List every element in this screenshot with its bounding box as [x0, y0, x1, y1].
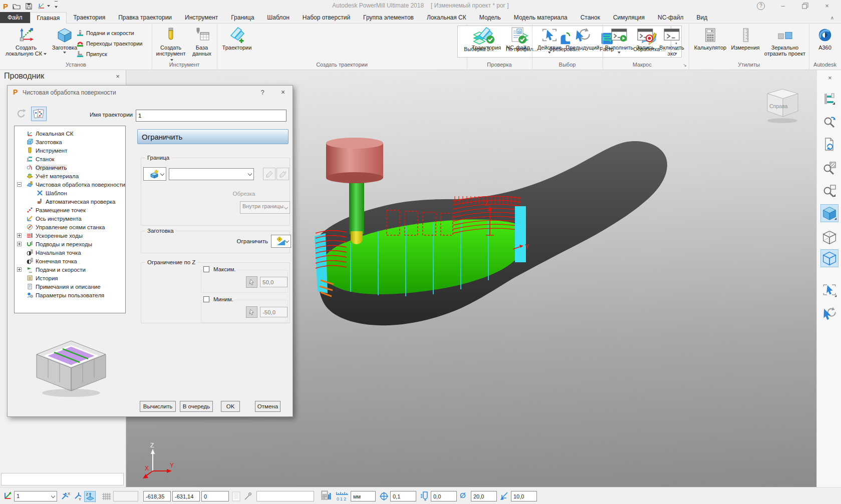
coordinate-x-field[interactable] — [143, 491, 171, 501]
expand-icon[interactable] — [17, 242, 22, 246]
edit-boundary-button[interactable] — [263, 168, 275, 180]
macro-dialog-launcher[interactable]: ↘ — [683, 63, 687, 68]
mirror-project-button[interactable]: Зеркально отразить проект — [763, 26, 807, 57]
draw-boundary-button[interactable] — [276, 168, 289, 180]
create-tool-button[interactable]: Создать инструмент — [155, 26, 187, 63]
toolpaths-button[interactable]: Траектории — [219, 26, 254, 51]
tab-glavnaya[interactable]: Главная — [30, 12, 67, 24]
zmax-checkbox[interactable] — [203, 266, 209, 272]
block-button[interactable]: Заготовка — [50, 26, 79, 54]
wireframe-shaded-view-button[interactable] — [820, 249, 838, 267]
tab-holes[interactable]: Набор отверстий — [296, 12, 357, 23]
tree-item-end-point[interactable]: Конечная точка — [15, 257, 126, 265]
collapse-icon[interactable] — [17, 182, 22, 187]
expand-icon[interactable] — [17, 267, 22, 272]
tree-item-machine-axis-control[interactable]: Управление осями станка — [15, 223, 126, 231]
measure-button[interactable]: Измерения — [729, 26, 762, 51]
zoom-to-fit-button[interactable] — [820, 159, 838, 177]
tree-item-auto-verify[interactable]: Автоматическая проверка — [15, 197, 126, 206]
tree-item-tool-axis[interactable]: Ось инструмента — [15, 214, 126, 223]
tree-item-notes[interactable]: Примечания и описание — [15, 282, 126, 291]
create-workplane-button[interactable]: Создать локальную СК — [4, 26, 48, 57]
ok-button[interactable]: OK — [221, 401, 240, 412]
tree-item-surface-finishing[interactable]: Чистовая обработка поверхности — [15, 180, 126, 189]
record-macro-button[interactable]: Запись — [634, 26, 657, 51]
plane-xy-toggle[interactable]: Z — [84, 491, 96, 502]
refresh-page-button[interactable] — [820, 135, 838, 153]
feeds-speeds-button[interactable]: Подачи и скорости — [76, 29, 134, 37]
close-button[interactable]: × — [819, 1, 834, 11]
tree-item-leads-links[interactable]: Подводы и переходы — [15, 240, 126, 248]
tree-item-tool[interactable]: Инструмент — [15, 146, 126, 155]
active-workplane-combobox[interactable]: 1 — [14, 491, 57, 501]
dialog-close-button[interactable]: × — [278, 88, 288, 96]
zoom-refresh-button[interactable] — [820, 113, 838, 131]
a360-button[interactable]: A360 — [813, 26, 837, 51]
recalculate-button[interactable] — [13, 107, 29, 121]
diameter-field[interactable] — [471, 491, 497, 501]
tree-item-start-point[interactable]: Начальная точка — [15, 248, 126, 257]
tree-item-stock-engagement[interactable]: Учёт материала — [15, 172, 126, 180]
tip-radius-field[interactable] — [511, 491, 537, 501]
boundary-combobox[interactable] — [169, 168, 254, 180]
tab-model[interactable]: Модель — [473, 12, 507, 23]
zoom-window-button[interactable] — [820, 182, 838, 200]
queue-button[interactable]: В очередь — [180, 401, 213, 412]
expand-icon[interactable] — [17, 233, 22, 238]
tab-machine[interactable]: Станок — [574, 12, 607, 23]
tolerance-field[interactable] — [390, 491, 416, 501]
grid-toggle[interactable] — [102, 492, 111, 501]
verify-toolpath-button[interactable]: Траектория — [469, 26, 504, 51]
plane-yz-toggle[interactable]: Y — [73, 491, 84, 501]
point-pick-icon[interactable] — [243, 491, 252, 501]
tab-edit-trajectory[interactable]: Правка траектории — [112, 12, 178, 23]
tab-stock-model[interactable]: Модель материала — [507, 12, 574, 23]
tree-item-block[interactable]: Заготовка — [15, 138, 126, 146]
toolpath-connections-button[interactable]: Переходы траектории — [76, 40, 142, 48]
tool-database-button[interactable]: База данных — [189, 26, 215, 57]
trim-combobox[interactable]: Внутри границы — [240, 201, 290, 214]
calculate-button[interactable]: Вычислить — [140, 401, 176, 412]
run-macro-button[interactable]: Выполнить — [606, 26, 633, 54]
collapse-ribbon-button[interactable]: ∧ — [823, 12, 841, 23]
verify-ncfile-button[interactable]: G NC-файл — [505, 26, 531, 51]
tree-item-machine[interactable]: Станок — [15, 155, 126, 163]
tree-item-workplane[interactable]: Локальная СК — [15, 129, 126, 138]
tree-item-rapid-moves[interactable]: Ускоренные ходы — [15, 231, 126, 240]
coordinate-z-field[interactable] — [201, 491, 229, 501]
tree-item-pattern[interactable]: Шаблон — [15, 189, 126, 197]
help-button[interactable]: ? — [753, 1, 768, 11]
toolpath-name-input[interactable] — [136, 110, 287, 122]
strategy-picker-button[interactable] — [31, 107, 47, 121]
pick-info-field[interactable] — [256, 491, 314, 501]
tab-feature-group[interactable]: Группа элементов — [357, 12, 420, 23]
zmin-value-field[interactable] — [260, 307, 288, 317]
coordinate-y-field[interactable] — [172, 491, 200, 501]
tab-nc-file[interactable]: NC-файл — [651, 12, 690, 23]
toolbar-close-button[interactable]: × — [828, 74, 832, 82]
cancel-button[interactable]: Отмена — [255, 401, 281, 412]
zmin-pick-button[interactable] — [246, 306, 257, 318]
tree-item-point-distribution[interactable]: Размещение точек — [15, 206, 126, 214]
coordinate-list-icon[interactable] — [232, 491, 240, 501]
restore-button[interactable] — [797, 1, 812, 11]
explorer-bottom-field[interactable] — [1, 473, 124, 485]
undo-selection-button[interactable] — [820, 304, 838, 322]
tab-simulation[interactable]: Симуляция — [607, 12, 651, 23]
shaded-view-button[interactable] — [820, 204, 838, 222]
dialog-title-bar[interactable]: P Чистовая обработка поверхности ? × — [8, 86, 293, 100]
plane-xz-toggle[interactable]: X — [60, 491, 71, 501]
tab-file[interactable]: Файл — [0, 12, 30, 23]
calculator-button[interactable]: Калькулятор — [693, 26, 728, 51]
zmax-pick-button[interactable] — [246, 276, 257, 288]
tree-item-history[interactable]: История — [15, 274, 126, 282]
tab-pattern[interactable]: Шаблон — [260, 12, 296, 23]
tab-trajectory[interactable]: Траектория — [67, 12, 112, 23]
tab-view[interactable]: Вид — [690, 12, 714, 23]
view-cube[interactable]: Справа — [767, 89, 798, 123]
thickness-button[interactable]: Припуск — [76, 50, 107, 58]
tab-tool[interactable]: Инструмент — [178, 12, 224, 23]
tree-item-user-parameters[interactable]: Параметры пользователя — [15, 291, 126, 299]
echo-macro-button[interactable]: Включить эхо — [658, 26, 686, 57]
wireframe-view-button[interactable] — [820, 228, 838, 246]
